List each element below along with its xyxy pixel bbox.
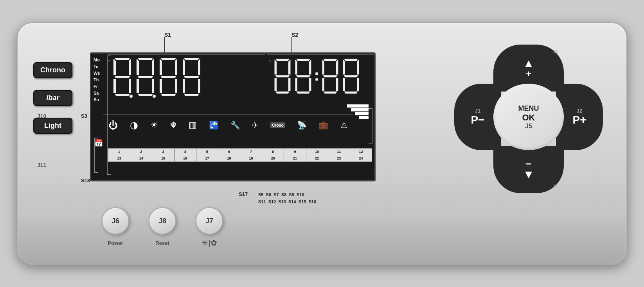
svg-marker-8	[138, 58, 153, 60]
svg-marker-6	[129, 79, 131, 93]
svg-marker-12	[152, 59, 154, 75]
svg-marker-19	[160, 59, 162, 75]
prog-cell-5: 5	[196, 149, 218, 155]
svg-point-15	[153, 95, 156, 98]
svg-marker-55	[357, 59, 359, 74]
plus-arrow-icon: ▲	[523, 57, 534, 69]
svg-marker-31	[275, 75, 290, 77]
svg-marker-27	[198, 59, 200, 75]
heating-icon: ▥	[189, 120, 197, 130]
prog-cell-23: 23	[328, 155, 350, 161]
svg-marker-43	[309, 78, 311, 91]
moon-icon: ◑	[130, 120, 138, 131]
day-th: Th	[94, 77, 100, 83]
svg-marker-4	[129, 59, 131, 75]
svg-marker-40	[295, 59, 297, 74]
s1-label: S1	[164, 32, 171, 38]
svg-marker-35	[274, 78, 276, 91]
schedule-icon: 📅	[94, 139, 103, 147]
device-panel: J9 J10 J11 Chrono ibar Light S1 S2 S3 S4…	[17, 22, 627, 265]
plane-icon: ✈	[252, 120, 259, 130]
day-labels: Mo Tu We Th Fr Sa Su	[94, 57, 100, 103]
j8-button[interactable]: J8	[149, 207, 176, 235]
svg-marker-0	[115, 58, 130, 60]
j8-wrapper: J8	[149, 207, 176, 235]
svg-marker-5	[113, 79, 116, 93]
prog-cell-24: 24	[350, 155, 372, 161]
prog-cell-14: 14	[130, 155, 152, 161]
svg-marker-30	[275, 59, 289, 61]
digit-4	[181, 56, 202, 99]
prog-row-1: 1 2 3 4 5 6 7 8 9 10 11 12	[108, 148, 372, 155]
dpad-navigation: ▲ + J3 J1 P− J2 P+ − ▼ J4 MENU OK J5	[454, 45, 603, 193]
s2-label: S2	[291, 32, 298, 38]
s6-label: S6	[266, 192, 271, 197]
svg-marker-57	[357, 78, 359, 91]
down-arrow-icon: ▼	[523, 169, 534, 180]
prog-cell-6: 6	[218, 149, 240, 155]
prog-cell-8: 8	[262, 149, 284, 155]
time-colon: :	[314, 56, 319, 95]
prog-cell-20: 20	[262, 155, 284, 161]
prog-cell-9: 9	[284, 149, 306, 155]
chrono-button[interactable]: Chrono	[33, 62, 72, 78]
pplus-label: P+	[572, 114, 586, 126]
s10-label: S10	[297, 192, 304, 197]
snowflake-icon: ❅	[170, 120, 177, 130]
j6-wrapper: J6	[102, 207, 129, 235]
s8-label: S8	[281, 192, 286, 197]
prog-cell-22: 22	[306, 155, 328, 161]
svg-marker-17	[160, 76, 176, 78]
day-mo: Mo	[94, 57, 100, 63]
day-sa: Sa	[94, 90, 100, 97]
day-fr: Fr	[94, 83, 100, 90]
svg-marker-14	[152, 79, 154, 93]
svg-marker-26	[183, 59, 185, 75]
main-display-right: ° :	[269, 56, 361, 97]
power-label: Power	[102, 240, 129, 246]
digit-2	[135, 56, 156, 99]
svg-marker-42	[295, 78, 297, 91]
prog-cell-21: 21	[284, 155, 306, 161]
day-su: Su	[94, 97, 100, 103]
time-h1	[273, 57, 292, 96]
prog-cell-2: 2	[130, 149, 152, 155]
time-h2	[293, 57, 313, 96]
svg-marker-22	[175, 79, 177, 93]
s16-label: S16	[309, 199, 317, 204]
ibar-button[interactable]: ibar	[33, 90, 72, 106]
prog-cell-3: 3	[152, 149, 174, 155]
svg-marker-54	[343, 59, 345, 74]
svg-marker-51	[344, 59, 358, 61]
prog-cell-11: 11	[328, 149, 350, 155]
prog-cell-7: 7	[240, 149, 262, 155]
svg-marker-49	[322, 78, 324, 91]
lcd-display: Mo Tu We Th Fr Sa Su °	[90, 52, 376, 181]
s7-label: S7	[273, 192, 279, 197]
svg-marker-32	[275, 91, 289, 93]
left-buttons: Chrono ibar Light	[33, 62, 72, 134]
svg-marker-45	[323, 75, 337, 77]
svg-marker-50	[336, 78, 338, 91]
j2-label: J2	[577, 108, 582, 114]
prog-cell-18: 18	[218, 155, 240, 161]
svg-marker-18	[161, 94, 176, 96]
svg-marker-13	[137, 79, 139, 93]
light-button[interactable]: Light	[33, 118, 72, 134]
j4-down-button[interactable]: − ▼ J4	[493, 146, 564, 193]
j6-button[interactable]: J6	[102, 207, 129, 235]
j3-label: J3	[552, 48, 558, 54]
s3-label: S3	[81, 113, 87, 119]
day-tu: Tu	[94, 63, 100, 70]
j7-button[interactable]: J7	[196, 207, 223, 235]
svg-marker-11	[137, 59, 139, 75]
svg-marker-24	[183, 76, 200, 78]
svg-marker-38	[296, 75, 310, 77]
j5-menu-ok-button[interactable]: MENU OK J5	[493, 84, 564, 150]
svg-marker-36	[288, 78, 290, 91]
digit-3	[158, 56, 179, 99]
power-icon: ⏻	[109, 120, 118, 131]
j5-text: J5	[525, 123, 532, 130]
day-we: We	[94, 70, 100, 77]
reset-label: Reset	[149, 240, 176, 246]
